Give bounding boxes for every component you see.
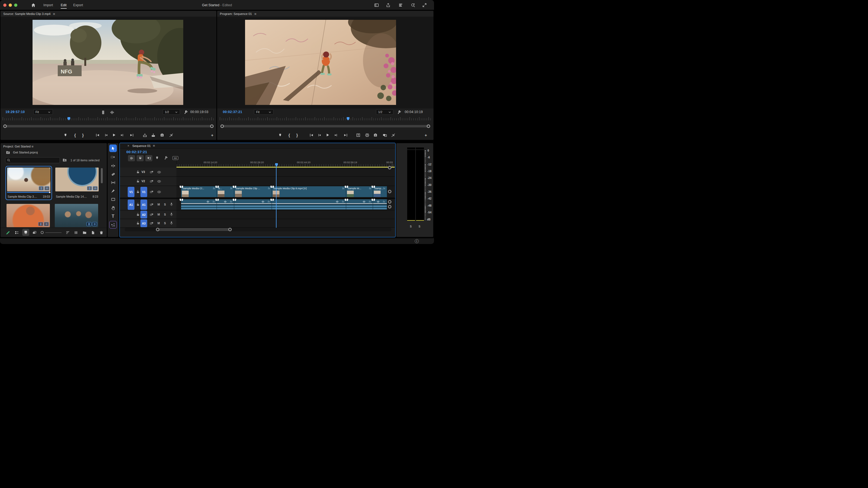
source-mini-timeline[interactable] <box>3 117 214 121</box>
voiceover-record-icon[interactable] <box>169 221 174 225</box>
source-timecode[interactable]: 19:29:57:10 <box>5 110 25 114</box>
track-target-badge[interactable]: A2 <box>141 211 147 218</box>
source-step-forward-button[interactable] <box>119 132 125 138</box>
track-lane-a1[interactable]: fx fx fx fx <box>177 199 395 210</box>
slip-tool[interactable] <box>109 179 117 186</box>
pen-tool[interactable] <box>109 187 117 195</box>
program-go-to-in-button[interactable] <box>308 132 314 138</box>
timeline-panel-menu-icon[interactable]: ≡ <box>153 144 155 148</box>
timeline-hscroll-handle-left[interactable] <box>156 228 159 231</box>
program-mark-in-button[interactable]: { <box>286 132 292 138</box>
timeline-audio-clip[interactable]: fx <box>272 199 346 210</box>
progress-dashboard-icon[interactable] <box>398 3 403 8</box>
program-mini-timeline[interactable] <box>220 117 431 121</box>
snap-button[interactable] <box>136 155 144 161</box>
timeline-audio-clip[interactable]: fx <box>181 199 217 210</box>
sync-lock-icon[interactable] <box>150 213 154 217</box>
program-button-editor[interactable]: + <box>423 132 429 138</box>
sync-lock-icon[interactable] <box>150 203 154 207</box>
source-global-fx-mute-button[interactable] <box>168 132 174 138</box>
lock-icon[interactable] <box>136 190 140 193</box>
track-header-a3[interactable]: A3 M S <box>120 219 177 228</box>
track-select-forward-tool[interactable] <box>109 153 117 161</box>
track-header-a2[interactable]: A2 M S <box>120 210 177 219</box>
mute-button[interactable]: M <box>157 203 160 206</box>
program-timecode[interactable]: 00:02:37:21 <box>223 110 242 114</box>
program-panel-menu-icon[interactable]: ≡ <box>254 12 256 16</box>
source-zoom-dropdown[interactable]: Fit <box>33 109 53 115</box>
info-icon[interactable]: i <box>415 239 419 243</box>
fx-badge[interactable]: fx <box>213 200 215 203</box>
timeline-settings-wrench-icon[interactable] <box>164 156 168 160</box>
enhance-search-icon[interactable] <box>411 3 415 8</box>
meter-solo-right-button[interactable]: S <box>418 225 421 228</box>
track-header-a1[interactable]: A1 A1 M S <box>120 199 177 210</box>
sort-icons-button[interactable] <box>64 230 71 236</box>
timeline-ruler[interactable]: 00:02:14:20 00:02:29:20 00:02:44:20 00:0… <box>177 160 395 167</box>
timeline-audio-clip[interactable]: fx <box>373 199 387 210</box>
track-output-eye-icon[interactable] <box>157 190 161 194</box>
source-add-marker-button[interactable] <box>62 132 69 138</box>
close-tab-icon[interactable]: × <box>127 144 129 148</box>
sync-lock-icon[interactable] <box>150 221 154 225</box>
fx-badge[interactable]: fx <box>342 200 344 203</box>
selection-tool[interactable] <box>109 145 117 152</box>
track-header-v2[interactable]: V2 <box>120 177 177 186</box>
mute-button[interactable]: M <box>157 213 160 216</box>
type-tool[interactable]: T <box>109 213 117 220</box>
program-zoom-scrollbar[interactable] <box>220 124 431 128</box>
program-go-to-out-button[interactable] <box>342 132 349 138</box>
program-zoom-handle-right[interactable] <box>427 124 430 128</box>
fx-badge[interactable]: fx <box>342 187 344 190</box>
nest-sequences-button[interactable] <box>128 155 135 161</box>
solo-button[interactable]: S <box>164 213 166 216</box>
sync-lock-icon[interactable] <box>150 170 154 174</box>
mute-button[interactable]: M <box>157 221 160 225</box>
source-panel-menu-icon[interactable]: ≡ <box>53 12 55 16</box>
source-play-button[interactable] <box>111 132 117 138</box>
timeline-audio-clip[interactable]: fx <box>234 199 272 210</box>
timeline-hscroll-handle-right[interactable] <box>228 228 232 231</box>
source-go-to-out-button[interactable] <box>128 132 135 138</box>
timeline-video-clip[interactable]: Sample Media Clip ... fx <box>234 186 272 197</box>
lock-icon[interactable] <box>136 203 140 206</box>
project-clip-thumbnail-partial[interactable] <box>6 204 50 227</box>
meter-solo-left-button[interactable]: S <box>410 225 412 228</box>
source-monitor-header[interactable]: Source: Sample Media Clip 3.mp4 ≡ <box>1 11 216 17</box>
program-zoom-handle-left[interactable] <box>220 124 224 128</box>
fx-badge[interactable]: fx <box>383 200 385 203</box>
filter-bin-icon[interactable] <box>62 158 67 162</box>
zoom-slider-track[interactable] <box>45 232 62 233</box>
fullscreen-icon[interactable] <box>422 3 427 8</box>
voiceover-record-icon[interactable] <box>169 202 174 206</box>
project-scrollbar[interactable] <box>101 168 103 183</box>
program-global-fx-mute-button[interactable] <box>390 132 396 138</box>
quick-export-icon[interactable] <box>386 3 391 8</box>
program-step-back-button[interactable] <box>316 132 322 138</box>
workspaces-icon[interactable] <box>374 3 379 8</box>
track-output-eye-icon[interactable] <box>157 170 161 174</box>
program-settings-wrench-icon[interactable] <box>396 109 403 116</box>
track-lane-v1[interactable]: Sample Media Cl... fx S... fx Sample Med… <box>177 186 395 198</box>
track-lane-v2[interactable] <box>177 177 395 186</box>
hand-tool[interactable] <box>109 204 117 212</box>
track-label[interactable]: V3 <box>142 170 145 174</box>
list-view-button[interactable] <box>13 230 20 236</box>
source-step-back-button[interactable] <box>102 132 109 138</box>
sync-lock-icon[interactable] <box>150 179 154 183</box>
timeline-video-clip[interactable]: Sample Media Clip 8.mp4 [V] fx <box>272 186 346 197</box>
track-lane-v3[interactable] <box>177 167 395 177</box>
sync-lock-icon[interactable] <box>150 190 154 194</box>
timeline-video-clip[interactable]: S... fx <box>217 186 234 197</box>
source-mark-in-button[interactable]: { <box>72 132 78 138</box>
voiceover-record-icon[interactable] <box>169 212 174 216</box>
track-lane-a3[interactable] <box>177 219 395 228</box>
program-zoom-dropdown[interactable]: Fit <box>254 109 274 115</box>
writable-pencil-icon[interactable] <box>5 230 11 236</box>
source-patch-audio-badge[interactable]: A1 <box>128 200 134 210</box>
sequence-tab-label[interactable]: Sequence 01 <box>132 144 151 148</box>
drag-video-icon[interactable] <box>100 109 106 116</box>
track-target-badge[interactable]: V1 <box>141 187 147 197</box>
timeline-video-clip[interactable]: Sample Media Cl... fx <box>181 186 217 197</box>
fx-badge[interactable]: fx <box>213 187 215 190</box>
